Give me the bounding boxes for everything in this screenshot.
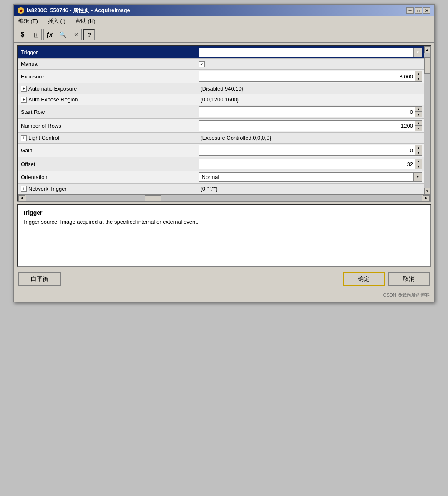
exposure-spinner[interactable]: ▲ ▼ (199, 71, 423, 82)
table-row[interactable]: Number of Rows ▲ ▼ (18, 119, 424, 133)
h-scroll-track[interactable] (26, 195, 422, 201)
gain-arrows: ▲ ▼ (415, 145, 422, 155)
prop-label-auto-expose-region: + Auto Expose Region (18, 94, 197, 105)
horizontal-scrollbar[interactable]: ◄ ► (18, 194, 430, 201)
prop-label-manual: Manual (18, 59, 197, 70)
prop-value-auto-exposure: {Disabled,940,10} (197, 83, 424, 94)
table-row[interactable]: + Automatic Exposure {Disabled,940,10} (18, 83, 424, 94)
scroll-up-button[interactable]: ▲ (424, 46, 430, 53)
network-trigger-expand[interactable]: + (21, 186, 27, 192)
exposure-arrows: ▲ ▼ (415, 71, 422, 81)
scroll-track[interactable] (424, 53, 430, 188)
description-panel: Trigger Trigger source. Image acquired a… (17, 204, 431, 267)
description-title: Trigger (23, 209, 425, 216)
num-rows-spinner[interactable]: ▲ ▼ (199, 120, 423, 131)
exposure-input[interactable] (199, 71, 415, 81)
start-row-spinner[interactable]: ▲ ▼ (199, 106, 423, 117)
bottom-buttons: 白平衡 确定 取消 (17, 269, 431, 289)
toolbar-btn-search[interactable]: 🔍 (57, 29, 68, 40)
toolbar-btn-fx[interactable]: ƒx (43, 29, 55, 40)
minimize-button[interactable]: ─ (406, 7, 414, 14)
menu-edit[interactable]: 编辑 (E) (17, 17, 40, 26)
menu-help[interactable]: 帮助 (H) (74, 17, 97, 26)
prop-label-offset: Offset (18, 157, 197, 171)
manual-checkbox[interactable]: ✓ (199, 61, 205, 67)
maximize-button[interactable]: □ (415, 7, 422, 14)
table-row[interactable]: + Auto Expose Region {0,0,1200,1600} (18, 94, 424, 105)
title-controls: ─ □ ✕ (406, 7, 430, 14)
table-row[interactable]: + Light Control {Exposure Controlled,0,0… (18, 133, 424, 144)
table-row[interactable]: Offset ▲ ▼ (18, 157, 424, 171)
table-row[interactable]: Start Row ▲ ▼ (18, 105, 424, 119)
menu-bar: 编辑 (E) 插入 (I) 帮助 (H) (14, 16, 434, 27)
menu-insert[interactable]: 插入 (I) (46, 17, 67, 26)
prop-value-num-rows: ▲ ▼ (197, 119, 424, 133)
main-content: Trigger Network ▼ (14, 43, 434, 302)
toolbar-btn-network[interactable]: ✳ (70, 29, 82, 40)
scroll-left-button[interactable]: ◄ (18, 195, 25, 201)
prop-value-start-row: ▲ ▼ (197, 105, 424, 119)
prop-value-offset: ▲ ▼ (197, 157, 424, 171)
num-rows-down[interactable]: ▼ (415, 126, 422, 131)
trigger-dropdown-arrow[interactable]: ▼ (413, 48, 422, 57)
offset-up[interactable]: ▲ (415, 159, 422, 164)
close-button[interactable]: ✕ (423, 7, 430, 14)
gain-up[interactable]: ▲ (415, 145, 422, 150)
white-balance-button[interactable]: 白平衡 (18, 272, 61, 286)
scroll-down-button[interactable]: ▼ (424, 188, 430, 194)
light-control-expand[interactable]: + (21, 135, 27, 141)
prop-value-gain: ▲ ▼ (197, 144, 424, 157)
h-scroll-thumb[interactable] (145, 195, 161, 201)
vertical-scrollbar[interactable]: ▲ ▼ (424, 46, 430, 194)
scroll-right-button[interactable]: ► (423, 195, 430, 201)
orientation-dropdown-arrow[interactable]: ▼ (413, 173, 422, 181)
auto-exposure-expand[interactable]: + (21, 86, 27, 92)
table-row[interactable]: Manual ✓ (18, 59, 424, 70)
prop-value-trigger: Network ▼ (197, 46, 424, 59)
table-row[interactable]: Exposure ▲ ▼ (18, 70, 424, 83)
exposure-down[interactable]: ▼ (415, 76, 422, 81)
start-row-input[interactable] (199, 107, 415, 117)
gain-down[interactable]: ▼ (415, 150, 422, 155)
scroll-thumb[interactable] (424, 57, 430, 74)
prop-value-network-trigger: {0,"",""} (197, 184, 424, 194)
num-rows-up[interactable]: ▲ (415, 121, 422, 126)
prop-label-exposure: Exposure (18, 70, 197, 83)
grid-icon: ⊞ (33, 31, 39, 39)
ok-button[interactable]: 确定 (343, 272, 385, 286)
auto-expose-region-expand[interactable]: + (21, 97, 27, 103)
exposure-up[interactable]: ▲ (415, 71, 422, 76)
prop-label-light-control: + Light Control (18, 133, 197, 144)
offset-input[interactable] (199, 159, 415, 169)
start-row-up[interactable]: ▲ (415, 107, 422, 112)
dollar-icon: $ (21, 31, 25, 38)
search-icon: 🔍 (59, 31, 66, 38)
network-icon: ✳ (74, 32, 78, 38)
table-row[interactable]: Trigger Network ▼ (18, 46, 424, 59)
grid-wrapper: Trigger Network ▼ (18, 46, 430, 194)
title-bar-left: ★ is8200C_550746 - 属性页 - AcquireImage (18, 7, 130, 14)
toolbar-btn-grid[interactable]: ⊞ (30, 29, 42, 40)
cancel-button[interactable]: 取消 (388, 272, 430, 286)
prop-label-network-trigger: + Network Trigger (18, 184, 197, 194)
toolbar-btn-help[interactable]: ? (83, 29, 95, 40)
table-row[interactable]: + Network Trigger {0,"",""} (18, 184, 424, 194)
table-row[interactable]: Orientation Normal ▼ (18, 171, 424, 184)
offset-spinner[interactable]: ▲ ▼ (199, 159, 423, 169)
toolbar-btn-dollar[interactable]: $ (17, 29, 28, 40)
orientation-dropdown[interactable]: Normal ▼ (199, 172, 423, 182)
prop-value-auto-expose-region: {0,0,1200,1600} (197, 94, 424, 105)
num-rows-input[interactable] (199, 121, 415, 131)
prop-value-exposure: ▲ ▼ (197, 70, 424, 83)
toolbar: $ ⊞ ƒx 🔍 ✳ ? (14, 27, 434, 43)
gain-input[interactable] (199, 145, 415, 155)
window-icon: ★ (18, 7, 24, 14)
window-title: is8200C_550746 - 属性页 - AcquireImage (27, 7, 130, 14)
start-row-down[interactable]: ▼ (415, 112, 422, 117)
offset-down[interactable]: ▼ (415, 164, 422, 169)
prop-label-auto-exposure: + Automatic Exposure (18, 83, 197, 94)
gain-spinner[interactable]: ▲ ▼ (199, 145, 423, 156)
table-row[interactable]: Gain ▲ ▼ (18, 144, 424, 157)
trigger-dropdown[interactable]: Network ▼ (199, 48, 423, 57)
prop-value-light-control: {Exposure Controlled,0,0,0,0} (197, 133, 424, 144)
